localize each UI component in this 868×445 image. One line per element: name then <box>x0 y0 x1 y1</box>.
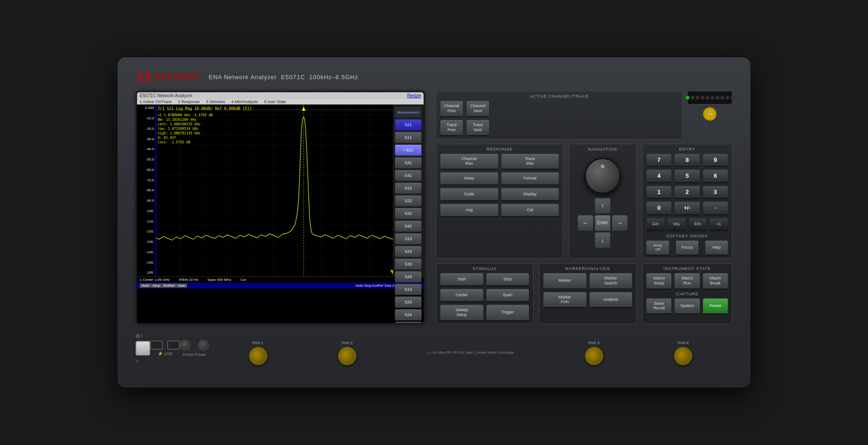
span-button[interactable]: Span <box>486 289 530 302</box>
trace-next-button[interactable]: TraceNext <box>466 119 490 136</box>
key-gn[interactable]: G/n <box>646 218 665 231</box>
port-3-connector: Port 3 <box>585 341 603 365</box>
power-button[interactable] <box>136 341 150 355</box>
channel-prev-button[interactable]: ChannelPrev <box>440 100 463 117</box>
key-0[interactable]: 0 <box>646 201 672 215</box>
entry-off-button[interactable]: EntryOff <box>646 240 670 256</box>
port-4-rf-connector[interactable] <box>674 347 692 365</box>
menu-active-ch[interactable]: 1 Active Ch/Trace <box>140 99 172 104</box>
softkey-s11[interactable]: S11 <box>395 132 422 143</box>
nav-down-button[interactable]: ↓ <box>594 232 611 248</box>
response-label: Response <box>440 147 559 151</box>
usb-port-2[interactable] <box>167 341 180 350</box>
navigation-knob[interactable] <box>585 158 621 194</box>
softkey-s21-measurement[interactable]: S21 <box>395 119 422 131</box>
menu-stimulus[interactable]: 3 Stimulus <box>206 99 225 104</box>
y-axis-labels: 0.000 -10.0 -20.0 -30.0 -40.0 -50.0 -60.… <box>137 104 155 276</box>
key-8[interactable]: 8 <box>674 153 700 167</box>
key-decimal[interactable]: · <box>703 201 728 215</box>
softkey-s31[interactable]: S31 <box>395 157 422 169</box>
warning-text: △ +26 dBm RF 35 VDC Max △ Avoid Static D… <box>427 350 514 355</box>
key-3[interactable]: 3 <box>703 185 728 199</box>
key-4[interactable]: 4 <box>646 169 672 183</box>
resize-button[interactable]: Resize <box>407 93 421 98</box>
stop-button[interactable]: Stop <box>486 273 530 286</box>
key-plusminus[interactable]: +/- <box>674 201 700 215</box>
led-dot-4 <box>701 96 704 99</box>
trace-prev-button[interactable]: TracePrev <box>440 119 463 136</box>
probe-connector-1[interactable] <box>180 340 191 350</box>
active-channel-trace-label: Active Channel/Trace <box>440 94 679 99</box>
marker-button[interactable]: Marker <box>543 273 587 289</box>
softkey-s41[interactable]: S41 <box>395 170 422 181</box>
led-dot-6 <box>711 96 714 99</box>
save-recall-button[interactable]: Save/Recall <box>646 298 672 315</box>
softkey-s32[interactable]: S32 <box>395 208 422 219</box>
softkey-s14[interactable]: S14 <box>395 284 422 295</box>
softkey-s44[interactable]: S44 <box>395 322 422 324</box>
nav-left-button[interactable]: ← <box>577 215 594 231</box>
menu-response[interactable]: 2 Response <box>178 99 200 104</box>
display-button[interactable]: Display <box>501 188 560 201</box>
macro-run-button[interactable]: MacroRun <box>674 273 700 289</box>
led-dot-8 <box>721 96 724 99</box>
probe-connector-2[interactable] <box>198 340 209 350</box>
marker-search-button[interactable]: MarkerSearch <box>589 273 633 289</box>
port-1-rf-connector[interactable] <box>249 347 267 365</box>
macro-setup-button[interactable]: MacroSetup <box>646 273 672 289</box>
scale-button[interactable]: Scale <box>440 188 499 201</box>
response-section: Response ChannelMax TraceMax Meas Format… <box>436 144 563 259</box>
start-button[interactable]: Start <box>440 273 484 286</box>
menu-instr-state[interactable]: 5 Instr State <box>264 99 286 104</box>
softkey-s42[interactable]: S42 <box>395 220 422 232</box>
key-mu[interactable]: M/μ <box>667 218 686 231</box>
channel-max-button[interactable]: ChannelMax <box>440 153 499 170</box>
cal-button[interactable]: Cal <box>501 204 560 217</box>
key-1[interactable]: 1 <box>646 185 672 199</box>
preset-button[interactable]: Preset <box>703 298 728 315</box>
softkey-s34[interactable]: S34 <box>395 309 422 321</box>
nav-up-button[interactable]: ↑ <box>594 198 611 214</box>
key-5[interactable]: 5 <box>674 169 700 183</box>
avg-button[interactable]: Avg <box>440 204 499 217</box>
system-button[interactable]: System <box>674 298 700 315</box>
softkey-s24[interactable]: S24 <box>395 296 422 308</box>
softkey-s13[interactable]: S13 <box>395 233 422 245</box>
key-6[interactable]: 6 <box>703 169 728 183</box>
screen-area: E5071C Network Analyzer Resize 1 Active … <box>136 91 425 324</box>
port-3-rf-connector[interactable] <box>585 347 603 365</box>
navigation-section: Navigation ↑ ← Enter → ↓ <box>569 144 637 259</box>
led-dot-1 <box>686 96 689 99</box>
meas-button[interactable]: Meas <box>440 172 499 185</box>
softkey-s23[interactable]: S23 <box>395 246 422 257</box>
format-button[interactable]: Format <box>501 172 560 185</box>
port-2-rf-connector[interactable] <box>338 347 356 365</box>
softkey-s43[interactable]: S43 <box>395 271 422 283</box>
nav-enter-button[interactable]: Enter <box>594 215 611 231</box>
trace-max-button[interactable]: TraceMax <box>501 153 560 170</box>
focus-button[interactable]: Focus <box>675 240 699 256</box>
key-9[interactable]: 9 <box>703 153 728 167</box>
center-button[interactable]: Center <box>440 289 484 302</box>
usb-port-1[interactable] <box>150 341 163 350</box>
softkey-s22[interactable]: S22 <box>395 195 422 207</box>
key-2[interactable]: 2 <box>674 185 700 199</box>
trigger-button[interactable]: Trigger <box>486 304 530 321</box>
key-7[interactable]: 7 <box>646 153 672 167</box>
macro-break-button[interactable]: MacroBreak <box>703 273 728 289</box>
status-cor: Cor <box>241 278 246 282</box>
menu-mkr-analysis[interactable]: 4 Mkr/Analysis <box>231 99 258 104</box>
key-km[interactable]: k/m <box>689 218 708 231</box>
chart-area: 0.000 -10.0 -20.0 -30.0 -40.0 -50.0 -60.… <box>137 104 424 276</box>
softkey-s33[interactable]: S33 <box>395 258 422 270</box>
softkey-s12[interactable]: S12 <box>395 182 422 194</box>
stimulus-label: Stimulus <box>440 266 529 271</box>
help-button[interactable]: Help <box>705 240 728 256</box>
nav-right-button[interactable]: → <box>612 215 628 231</box>
channel-next-button[interactable]: ChannelNext <box>466 100 490 117</box>
key-x1[interactable]: x1 <box>709 218 728 231</box>
softkey-s21-active[interactable]: • S21 <box>395 144 422 156</box>
sweep-setup-button[interactable]: SweepSetup <box>440 304 484 321</box>
marker-fctn-button[interactable]: MarkerFctn <box>543 292 587 308</box>
analysis-button[interactable]: Analysis <box>589 292 633 308</box>
